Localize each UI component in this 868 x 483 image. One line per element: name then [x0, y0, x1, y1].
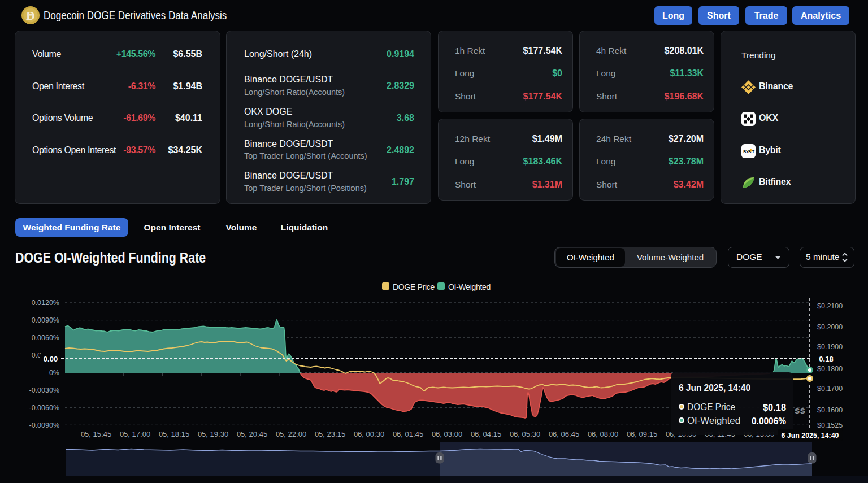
svg-text:0.0006%: 0.0006% [752, 416, 786, 427]
svg-text:OI-Weighted: OI-Weighted [687, 415, 740, 425]
svg-text:6 Jun 2025, 14:40: 6 Jun 2025, 14:40 [679, 382, 750, 393]
svg-text:DOGE Price: DOGE Price [687, 402, 735, 412]
svg-text:$0.18: $0.18 [763, 402, 786, 413]
svg-text:6 Jun 2025, 14:40: 6 Jun 2025, 14:40 [782, 431, 839, 440]
